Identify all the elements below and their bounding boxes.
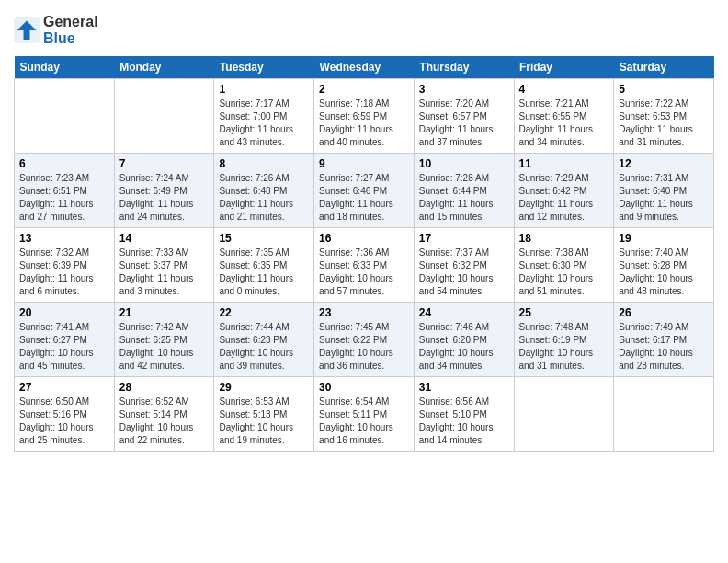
day-info: Sunrise: 7:18 AM Sunset: 6:59 PM Dayligh… xyxy=(319,98,409,149)
day-number: 29 xyxy=(219,381,309,394)
day-info: Sunrise: 7:49 AM Sunset: 6:17 PM Dayligh… xyxy=(619,321,709,373)
day-number: 31 xyxy=(419,381,509,394)
calendar-cell: 19Sunrise: 7:40 AM Sunset: 6:28 PM Dayli… xyxy=(614,228,714,303)
calendar-cell: 7Sunrise: 7:24 AM Sunset: 6:49 PM Daylig… xyxy=(114,154,214,228)
calendar-cell: 29Sunrise: 6:53 AM Sunset: 5:13 PM Dayli… xyxy=(214,377,314,452)
day-info: Sunrise: 7:35 AM Sunset: 6:35 PM Dayligh… xyxy=(219,247,309,298)
day-number: 23 xyxy=(319,306,409,319)
calendar-week-3: 13Sunrise: 7:32 AM Sunset: 6:39 PM Dayli… xyxy=(15,228,714,303)
calendar-cell: 13Sunrise: 7:32 AM Sunset: 6:39 PM Dayli… xyxy=(15,228,115,303)
calendar-cell: 18Sunrise: 7:38 AM Sunset: 6:30 PM Dayli… xyxy=(514,228,614,303)
day-number: 26 xyxy=(619,306,709,319)
day-info: Sunrise: 7:21 AM Sunset: 6:55 PM Dayligh… xyxy=(519,98,609,149)
day-number: 24 xyxy=(419,306,509,319)
calendar-week-1: 1Sunrise: 7:17 AM Sunset: 7:00 PM Daylig… xyxy=(15,79,714,154)
day-info: Sunrise: 7:40 AM Sunset: 6:28 PM Dayligh… xyxy=(619,247,709,298)
day-info: Sunrise: 7:24 AM Sunset: 6:49 PM Dayligh… xyxy=(119,172,210,224)
day-number: 11 xyxy=(519,157,609,170)
day-number: 16 xyxy=(319,232,409,245)
day-number: 13 xyxy=(19,232,109,245)
col-header-wednesday: Wednesday xyxy=(314,56,415,79)
day-number: 15 xyxy=(219,232,309,245)
col-header-saturday: Saturday xyxy=(614,56,714,79)
day-info: Sunrise: 7:29 AM Sunset: 6:42 PM Dayligh… xyxy=(519,172,609,224)
calendar-cell: 8Sunrise: 7:26 AM Sunset: 6:48 PM Daylig… xyxy=(214,154,314,228)
calendar-cell: 10Sunrise: 7:28 AM Sunset: 6:44 PM Dayli… xyxy=(414,154,514,228)
calendar-cell: 31Sunrise: 6:56 AM Sunset: 5:10 PM Dayli… xyxy=(414,377,514,452)
day-info: Sunrise: 7:42 AM Sunset: 6:25 PM Dayligh… xyxy=(119,321,210,373)
logo-icon xyxy=(14,17,40,43)
calendar-cell: 24Sunrise: 7:46 AM Sunset: 6:20 PM Dayli… xyxy=(414,303,514,377)
calendar-cell xyxy=(614,377,714,452)
day-info: Sunrise: 6:52 AM Sunset: 5:14 PM Dayligh… xyxy=(119,396,210,447)
day-info: Sunrise: 7:17 AM Sunset: 7:00 PM Dayligh… xyxy=(219,98,309,149)
day-info: Sunrise: 7:32 AM Sunset: 6:39 PM Dayligh… xyxy=(19,247,109,298)
day-number: 20 xyxy=(19,306,109,319)
day-number: 12 xyxy=(619,157,709,170)
day-info: Sunrise: 7:22 AM Sunset: 6:53 PM Dayligh… xyxy=(619,98,709,149)
calendar-cell: 11Sunrise: 7:29 AM Sunset: 6:42 PM Dayli… xyxy=(514,154,614,228)
day-info: Sunrise: 7:37 AM Sunset: 6:32 PM Dayligh… xyxy=(419,247,509,298)
calendar-cell: 3Sunrise: 7:20 AM Sunset: 6:57 PM Daylig… xyxy=(414,79,514,154)
day-info: Sunrise: 7:45 AM Sunset: 6:22 PM Dayligh… xyxy=(319,321,409,373)
calendar-week-2: 6Sunrise: 7:23 AM Sunset: 6:51 PM Daylig… xyxy=(15,154,714,228)
calendar-cell: 20Sunrise: 7:41 AM Sunset: 6:27 PM Dayli… xyxy=(15,303,115,377)
col-header-friday: Friday xyxy=(514,56,614,79)
day-number: 25 xyxy=(519,306,609,319)
day-number: 4 xyxy=(519,83,609,96)
calendar-cell: 27Sunrise: 6:50 AM Sunset: 5:16 PM Dayli… xyxy=(15,377,115,452)
calendar-cell xyxy=(15,79,115,154)
calendar-cell xyxy=(114,79,214,154)
logo-text: General Blue xyxy=(43,14,98,47)
calendar-cell: 5Sunrise: 7:22 AM Sunset: 6:53 PM Daylig… xyxy=(614,79,714,154)
day-number: 28 xyxy=(119,381,210,394)
day-info: Sunrise: 7:44 AM Sunset: 6:23 PM Dayligh… xyxy=(219,321,309,373)
calendar-cell: 22Sunrise: 7:44 AM Sunset: 6:23 PM Dayli… xyxy=(214,303,314,377)
day-number: 14 xyxy=(119,232,210,245)
day-number: 9 xyxy=(319,157,409,170)
day-number: 5 xyxy=(619,83,709,96)
day-number: 8 xyxy=(219,157,309,170)
day-number: 19 xyxy=(619,232,709,245)
day-number: 30 xyxy=(319,381,409,394)
day-info: Sunrise: 7:26 AM Sunset: 6:48 PM Dayligh… xyxy=(219,172,309,224)
day-number: 17 xyxy=(419,232,509,245)
page-header: General Blue xyxy=(14,14,714,47)
day-info: Sunrise: 7:41 AM Sunset: 6:27 PM Dayligh… xyxy=(19,321,109,373)
day-number: 21 xyxy=(119,306,210,319)
calendar-cell: 4Sunrise: 7:21 AM Sunset: 6:55 PM Daylig… xyxy=(514,79,614,154)
calendar-cell: 25Sunrise: 7:48 AM Sunset: 6:19 PM Dayli… xyxy=(514,303,614,377)
day-number: 7 xyxy=(119,157,210,170)
day-info: Sunrise: 7:36 AM Sunset: 6:33 PM Dayligh… xyxy=(319,247,409,298)
calendar-cell: 23Sunrise: 7:45 AM Sunset: 6:22 PM Dayli… xyxy=(314,303,415,377)
calendar-cell: 30Sunrise: 6:54 AM Sunset: 5:11 PM Dayli… xyxy=(314,377,415,452)
day-number: 1 xyxy=(219,83,309,96)
day-info: Sunrise: 7:46 AM Sunset: 6:20 PM Dayligh… xyxy=(419,321,509,373)
calendar-cell: 2Sunrise: 7:18 AM Sunset: 6:59 PM Daylig… xyxy=(314,79,415,154)
calendar-cell: 15Sunrise: 7:35 AM Sunset: 6:35 PM Dayli… xyxy=(214,228,314,303)
calendar-cell: 21Sunrise: 7:42 AM Sunset: 6:25 PM Dayli… xyxy=(114,303,214,377)
col-header-thursday: Thursday xyxy=(414,56,514,79)
day-info: Sunrise: 6:54 AM Sunset: 5:11 PM Dayligh… xyxy=(319,396,409,447)
day-info: Sunrise: 6:50 AM Sunset: 5:16 PM Dayligh… xyxy=(19,396,109,447)
day-number: 6 xyxy=(19,157,109,170)
calendar-header-row: SundayMondayTuesdayWednesdayThursdayFrid… xyxy=(15,56,714,79)
calendar-cell: 16Sunrise: 7:36 AM Sunset: 6:33 PM Dayli… xyxy=(314,228,415,303)
logo: General Blue xyxy=(14,14,98,47)
calendar-cell: 26Sunrise: 7:49 AM Sunset: 6:17 PM Dayli… xyxy=(614,303,714,377)
day-info: Sunrise: 7:48 AM Sunset: 6:19 PM Dayligh… xyxy=(519,321,609,373)
day-info: Sunrise: 6:56 AM Sunset: 5:10 PM Dayligh… xyxy=(419,396,509,447)
col-header-tuesday: Tuesday xyxy=(214,56,314,79)
calendar-cell xyxy=(514,377,614,452)
day-number: 3 xyxy=(419,83,509,96)
day-number: 27 xyxy=(19,381,109,394)
day-number: 2 xyxy=(319,83,409,96)
day-info: Sunrise: 6:53 AM Sunset: 5:13 PM Dayligh… xyxy=(219,396,309,447)
col-header-monday: Monday xyxy=(114,56,214,79)
calendar-cell: 1Sunrise: 7:17 AM Sunset: 7:00 PM Daylig… xyxy=(214,79,314,154)
day-info: Sunrise: 7:33 AM Sunset: 6:37 PM Dayligh… xyxy=(119,247,210,298)
calendar-cell: 9Sunrise: 7:27 AM Sunset: 6:46 PM Daylig… xyxy=(314,154,415,228)
calendar-cell: 28Sunrise: 6:52 AM Sunset: 5:14 PM Dayli… xyxy=(114,377,214,452)
day-number: 10 xyxy=(419,157,509,170)
day-number: 22 xyxy=(219,306,309,319)
